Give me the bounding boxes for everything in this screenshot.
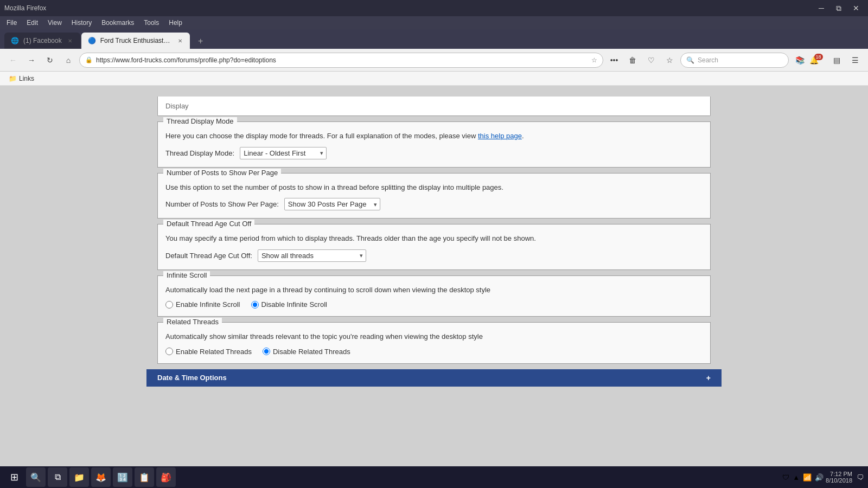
date-time-options-label: Date & Time Options	[157, 374, 227, 382]
address-bar: ← → ↻ ⌂ 🔒 https://www.ford-trucks.com/fo…	[0, 49, 868, 72]
related-threads-enable-radio[interactable]	[165, 348, 173, 355]
thread-display-mode-legend: Thread Display Mode	[163, 117, 237, 125]
search-placeholder: Search	[698, 56, 718, 64]
bookmark-folder-icon: 📁	[9, 75, 17, 82]
more-button[interactable]: •••	[607, 53, 622, 68]
home-button[interactable]: ⌂	[61, 53, 76, 68]
search-icon: 🔍	[686, 56, 694, 64]
infinite-scroll-disable-radio[interactable]	[251, 301, 259, 309]
url-bar-actions: ☆	[591, 56, 597, 64]
thread-display-help-link[interactable]: this help page	[478, 132, 522, 140]
menu-open-button[interactable]: ☰	[847, 53, 863, 68]
favorites-button[interactable]: ♡	[643, 53, 659, 68]
thread-display-mode-desc: Here you can choose the display mode for…	[165, 131, 703, 142]
thread-display-mode-field: Thread Display Mode: Linear - Oldest Fir…	[165, 147, 703, 159]
back-button[interactable]: ←	[5, 53, 21, 68]
related-threads-content: Automatically show similar threads relev…	[158, 323, 710, 363]
thread-age-cutoff-desc: You may specify a time period from which…	[165, 233, 703, 244]
menu-edit[interactable]: Edit	[22, 18, 42, 28]
bookmarks-bar: 📁 Links	[0, 72, 868, 86]
bookmark-button[interactable]: ☆	[662, 53, 677, 68]
thread-age-cutoff-field: Default Thread Age Cut Off: Show all thr…	[165, 249, 703, 262]
posts-per-page-select[interactable]: Show 10 Posts Per Page Show 20 Posts Per…	[284, 198, 380, 210]
infinite-scroll-radio-group: Enable Infinite Scroll Disable Infinite …	[165, 300, 703, 309]
url-bar[interactable]: 🔒 https://www.ford-trucks.com/forums/pro…	[79, 53, 603, 68]
menu-tools[interactable]: Tools	[139, 18, 163, 28]
thread-age-cutoff-select[interactable]: Show all threads 1 Day 2 Days 1 Week 2 W…	[258, 249, 366, 262]
related-threads-disable-label[interactable]: Disable Related Threads	[263, 348, 350, 356]
security-lock-icon: 🔒	[85, 56, 93, 63]
menu-view[interactable]: View	[43, 18, 66, 28]
thread-display-mode-label: Thread Display Mode:	[165, 149, 234, 157]
restore-button[interactable]: ⧉	[831, 1, 846, 16]
bookmark-star-icon[interactable]: ☆	[591, 56, 597, 64]
infinite-scroll-legend: Infinite Scroll	[163, 271, 210, 279]
tab-facebook-label: (1) Facebook	[23, 37, 62, 44]
thread-display-mode-section: Thread Display Mode Here you can choose …	[157, 121, 711, 168]
menu-history[interactable]: History	[67, 18, 96, 28]
related-threads-disable-text: Disable Related Threads	[273, 348, 350, 356]
expand-icon: +	[706, 374, 711, 382]
bookmark-links-label: Links	[19, 75, 34, 82]
infinite-scroll-disable-text: Disable Infinite Scroll	[261, 300, 327, 309]
pocket-button[interactable]: 🗑	[625, 53, 640, 68]
tab-ford-trucks-icon: 🔵	[88, 37, 96, 44]
posts-per-page-section: Number of Posts to Show Per Page Use thi…	[157, 173, 711, 219]
related-threads-legend: Related Threads	[163, 318, 222, 326]
thread-age-cutoff-content: You may specify a time period from which…	[158, 224, 710, 269]
tab-facebook-icon: 🌐	[11, 37, 19, 44]
infinite-scroll-enable-label[interactable]: Enable Infinite Scroll	[165, 300, 240, 309]
thread-age-cutoff-section: Default Thread Age Cut Off You may speci…	[157, 224, 711, 270]
library-button[interactable]: 📚	[792, 53, 807, 68]
thread-display-mode-content: Here you can choose the display mode for…	[158, 122, 710, 167]
infinite-scroll-section: Infinite Scroll Automatically load the n…	[157, 275, 711, 317]
sidebar-button[interactable]: ▤	[829, 53, 844, 68]
notification-badge: 18	[814, 54, 823, 60]
infinite-scroll-content: Automatically load the next page in a th…	[158, 276, 710, 317]
thread-age-cutoff-select-wrapper: Show all threads 1 Day 2 Days 1 Week 2 W…	[258, 249, 366, 262]
notification-button[interactable]: 🔔 18	[810, 53, 826, 68]
window-controls: ─ ⧉ ✕	[814, 1, 864, 16]
bookmark-links[interactable]: 📁 Links	[5, 74, 37, 84]
close-button[interactable]: ✕	[848, 1, 864, 16]
menu-file[interactable]: File	[2, 18, 21, 28]
tab-facebook-close[interactable]: ✕	[66, 37, 74, 44]
menu-bar: File Edit View History Bookmarks Tools H…	[0, 16, 868, 29]
related-threads-desc: Automatically show similar threads relev…	[165, 331, 703, 342]
page-content-area: Display Thread Display Mode Here you can…	[0, 86, 868, 466]
posts-per-page-select-wrapper: Show 10 Posts Per Page Show 20 Posts Per…	[284, 198, 380, 210]
posts-per-page-label: Number of Posts to Show Per Page:	[165, 200, 279, 208]
search-bar[interactable]: 🔍 Search	[680, 53, 789, 68]
thread-age-cutoff-label: Default Thread Age Cut Off:	[165, 252, 252, 260]
posts-per-page-desc: Use this option to set the number of pos…	[165, 182, 703, 193]
infinite-scroll-disable-label[interactable]: Disable Infinite Scroll	[251, 300, 327, 309]
minimize-button[interactable]: ─	[814, 1, 829, 16]
partial-text: Display	[165, 102, 189, 110]
related-threads-enable-label[interactable]: Enable Related Threads	[165, 348, 252, 356]
related-threads-radio-group: Enable Related Threads Disable Related T…	[165, 348, 703, 356]
tab-ford-trucks-close[interactable]: ✕	[177, 37, 183, 44]
posts-per-page-field: Number of Posts to Show Per Page: Show 1…	[165, 198, 703, 210]
tab-ford-trucks-label: Ford Truck Enthusiasts Forums	[100, 37, 173, 44]
menu-bookmarks[interactable]: Bookmarks	[97, 18, 138, 28]
thread-display-mode-select[interactable]: Linear - Oldest First Linear - Newest Fi…	[240, 147, 327, 159]
infinite-scroll-enable-radio[interactable]	[165, 301, 173, 309]
title-bar: Mozilla Firefox ─ ⧉ ✕	[0, 0, 868, 16]
related-threads-enable-text: Enable Related Threads	[176, 348, 252, 356]
new-tab-button[interactable]: +	[193, 34, 208, 49]
infinite-scroll-enable-text: Enable Infinite Scroll	[176, 300, 240, 309]
content-wrapper: Display Thread Display Mode Here you can…	[146, 91, 722, 439]
tab-facebook[interactable]: 🌐 (1) Facebook ✕	[4, 33, 80, 49]
posts-per-page-content: Use this option to set the number of pos…	[158, 174, 710, 219]
posts-per-page-legend: Number of Posts to Show Per Page	[163, 169, 281, 177]
window-title: Mozilla Firefox	[4, 4, 46, 12]
infinite-scroll-desc: Automatically load the next page in a th…	[165, 285, 703, 296]
thread-display-mode-select-wrapper: Linear - Oldest First Linear - Newest Fi…	[240, 147, 327, 159]
date-time-options-bar[interactable]: Date & Time Options +	[146, 369, 722, 387]
tab-ford-trucks[interactable]: 🔵 Ford Truck Enthusiasts Forums ✕	[81, 33, 190, 49]
menu-help[interactable]: Help	[164, 18, 187, 28]
related-threads-section: Related Threads Automatically show simil…	[157, 322, 711, 364]
forward-button[interactable]: →	[24, 53, 39, 68]
reload-button[interactable]: ↻	[42, 53, 58, 68]
related-threads-disable-radio[interactable]	[263, 348, 270, 355]
